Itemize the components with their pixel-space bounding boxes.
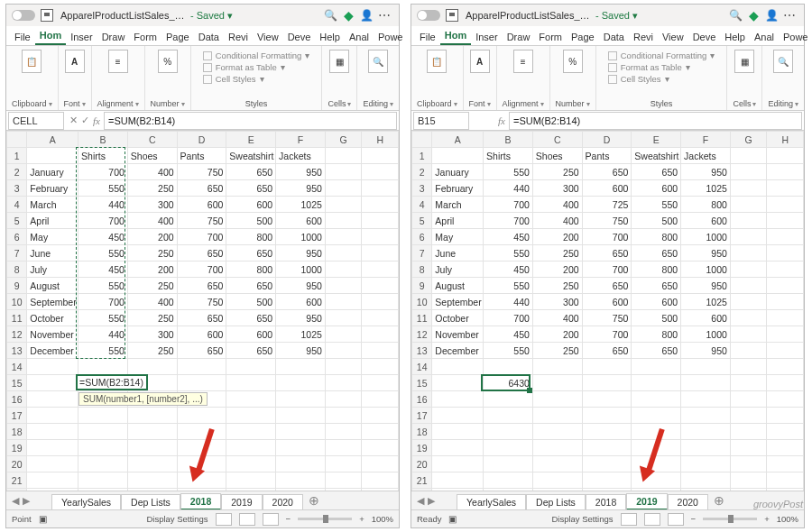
cell[interactable]: 550 <box>632 197 681 213</box>
cell[interactable] <box>767 148 804 164</box>
cell[interactable]: 500 <box>226 294 276 310</box>
cell[interactable]: 550 <box>484 164 533 180</box>
cell[interactable] <box>362 197 399 213</box>
formula-input[interactable]: =SUM(B2:B14) <box>509 112 802 130</box>
tab-dev[interactable]: Deve <box>688 29 721 45</box>
cell[interactable]: 650 <box>177 310 226 326</box>
editing-icon[interactable]: 🔍 <box>773 50 793 73</box>
row-header[interactable]: 8 <box>7 261 27 278</box>
cell[interactable] <box>362 245 399 261</box>
tab-page[interactable]: Page <box>161 29 194 45</box>
search-icon[interactable]: 🔍 <box>321 6 339 24</box>
select-all[interactable] <box>7 132 27 148</box>
cell[interactable]: 950 <box>276 180 326 197</box>
cell[interactable] <box>681 424 731 440</box>
row-header[interactable]: 1 <box>412 148 432 164</box>
row-header[interactable]: 13 <box>412 343 432 359</box>
cell[interactable]: 1000 <box>276 229 326 245</box>
cell[interactable] <box>484 359 533 375</box>
align-icon[interactable]: ≡ <box>108 50 128 73</box>
cell[interactable]: 440 <box>484 180 533 197</box>
cell[interactable]: February <box>27 180 78 197</box>
cell[interactable] <box>362 278 399 294</box>
cell[interactable] <box>681 489 731 491</box>
premium-icon[interactable]: ◆ <box>339 6 357 24</box>
autosave-toggle[interactable] <box>417 10 440 21</box>
cell[interactable] <box>582 424 632 440</box>
cell[interactable]: March <box>27 197 78 213</box>
cell[interactable] <box>127 440 177 456</box>
view-break-icon[interactable] <box>668 513 684 526</box>
cell[interactable] <box>432 408 484 424</box>
cell[interactable]: January <box>432 164 484 180</box>
cell[interactable] <box>362 391 399 408</box>
col-header-H[interactable]: H <box>767 132 804 148</box>
cell[interactable] <box>730 326 767 343</box>
cell[interactable] <box>767 456 804 472</box>
cell[interactable] <box>325 424 362 440</box>
col-header-F[interactable]: F <box>276 132 326 148</box>
cell[interactable] <box>432 456 484 472</box>
cell[interactable] <box>362 310 399 326</box>
cell[interactable] <box>325 326 362 343</box>
cell[interactable]: 400 <box>127 294 177 310</box>
cell[interactable] <box>582 391 632 408</box>
cell[interactable]: 250 <box>127 278 177 294</box>
cell[interactable]: 600 <box>582 180 632 197</box>
cell[interactable]: 450 <box>78 229 128 245</box>
add-sheet-button[interactable]: ⊕ <box>303 493 325 508</box>
cell[interactable] <box>226 391 276 408</box>
cell[interactable] <box>532 472 582 489</box>
cell[interactable] <box>730 294 767 310</box>
group-editing[interactable]: 🔍 Editing <box>357 46 399 110</box>
cell[interactable] <box>730 197 767 213</box>
row-header[interactable]: 20 <box>412 456 432 472</box>
cell[interactable] <box>325 489 362 491</box>
cancel-icon[interactable]: ✕ <box>69 115 78 126</box>
row-header[interactable]: 19 <box>412 440 432 456</box>
cell[interactable] <box>730 229 767 245</box>
premium-icon[interactable]: ◆ <box>744 6 762 24</box>
cell[interactable]: 600 <box>681 213 731 229</box>
cell[interactable]: 1025 <box>276 326 326 343</box>
zoom-in-icon[interactable]: + <box>764 514 770 524</box>
cell[interactable]: September <box>432 294 484 310</box>
cell[interactable]: 600 <box>681 310 731 326</box>
cell[interactable] <box>484 489 533 491</box>
cell[interactable] <box>27 408 78 424</box>
row-header[interactable]: 5 <box>412 213 432 229</box>
cell[interactable]: 700 <box>78 294 128 310</box>
cell[interactable] <box>582 375 632 391</box>
cell[interactable] <box>582 440 632 456</box>
cell[interactable]: 800 <box>226 261 276 278</box>
group-alignment[interactable]: ≡ Alignment <box>92 46 145 110</box>
zoom-in-icon[interactable]: + <box>359 514 364 524</box>
cell[interactable]: Shirts <box>484 148 533 164</box>
group-alignment[interactable]: ≡ Alignment <box>497 46 550 110</box>
cell[interactable]: 650 <box>582 245 632 261</box>
nav-first-icon[interactable]: ◀ <box>417 495 424 506</box>
save-icon[interactable] <box>41 9 53 22</box>
cell[interactable]: June <box>27 245 78 261</box>
fx-icon[interactable]: fx <box>498 115 505 126</box>
cell[interactable]: 600 <box>582 294 632 310</box>
cell[interactable] <box>432 440 484 456</box>
sheet-tab-2019[interactable]: 2019 <box>221 494 262 509</box>
cell[interactable]: 725 <box>582 197 632 213</box>
cell[interactable] <box>767 408 804 424</box>
cell[interactable] <box>767 164 804 180</box>
row-header[interactable]: 16 <box>7 391 27 408</box>
cell[interactable] <box>767 180 804 197</box>
cell[interactable] <box>532 456 582 472</box>
cell[interactable] <box>432 489 484 491</box>
cell[interactable]: 440 <box>78 197 128 213</box>
cell[interactable]: 300 <box>127 326 177 343</box>
cell[interactable] <box>27 375 78 391</box>
zoom-level[interactable]: 100% <box>372 514 393 524</box>
view-normal-icon[interactable] <box>216 513 232 526</box>
cell-editor[interactable]: =SUM(B2:B14) <box>76 374 148 390</box>
paste-icon[interactable]: 📋 <box>22 50 42 73</box>
cell[interactable] <box>127 424 177 440</box>
cell[interactable] <box>78 472 128 489</box>
cell[interactable]: 650 <box>226 343 276 359</box>
